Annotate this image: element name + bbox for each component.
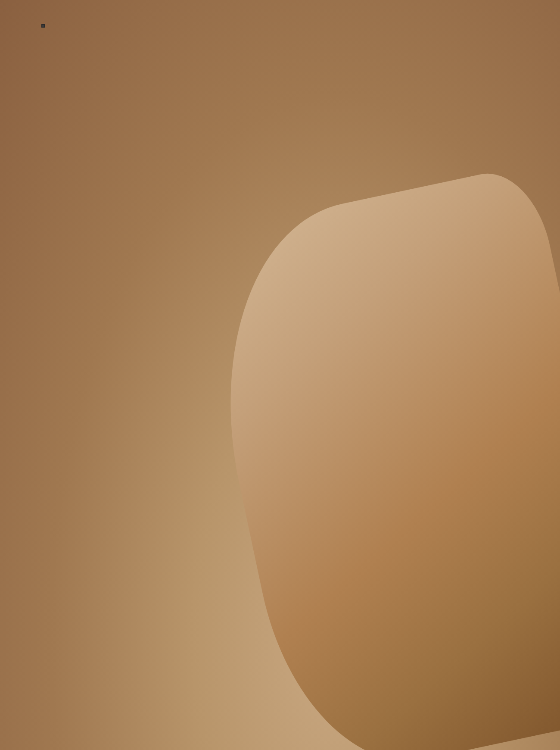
scene: 16:31 📶 <box>0 0 560 750</box>
